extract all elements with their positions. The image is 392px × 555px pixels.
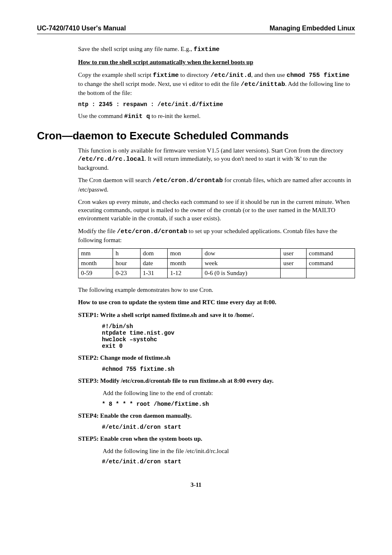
cell: 1-12 — [167, 268, 202, 278]
step2-title: STEP2: Change mode of fixtime.sh — [78, 354, 355, 362]
howto-line: How to use cron to update the system tim… — [78, 298, 355, 306]
cell: month — [167, 259, 202, 268]
code: #init q — [124, 113, 150, 120]
table-row: 0-59 0-23 1-31 1-12 0-6 (0 is Sunday) — [78, 268, 355, 278]
step5-title: STEP5: Enable cron when the system boots… — [78, 435, 355, 443]
cell: command — [306, 249, 355, 259]
t: to directory — [179, 72, 210, 78]
cell: mm — [78, 249, 113, 259]
howto-heading-text: How to run the shell script automaticall… — [78, 59, 253, 65]
step4-title: STEP4: Enable the cron daemon manually. — [78, 412, 355, 420]
cell: 0-23 — [113, 268, 140, 278]
t: to change the shell script mode. Next, u… — [78, 81, 241, 87]
cell: date — [140, 259, 167, 268]
cell: user — [281, 259, 306, 268]
step3-title: STEP3: Modify /etc/cron.d/crontab file t… — [78, 377, 355, 385]
cell: month — [78, 259, 113, 268]
cron-p1: This function is only available for firm… — [78, 146, 355, 172]
text: Save the shell script using any file nam… — [78, 46, 194, 52]
page: UC-7420/7410 User's Manual Managing Embe… — [0, 0, 392, 509]
cell: h — [113, 249, 140, 259]
page-number: 3-11 — [37, 481, 355, 488]
code: /etc/cron.d/crontab — [117, 228, 187, 235]
cron-p3: Cron wakes up every minute, and checks e… — [78, 198, 355, 223]
step1-title: STEP1: Write a shell script named fixtim… — [78, 311, 355, 319]
code-fixtime: fixtime — [194, 46, 219, 53]
howto-heading: How to run the shell script automaticall… — [78, 58, 355, 66]
cell: hour — [113, 259, 140, 268]
header-right: Managing Embedded Linux — [270, 25, 355, 32]
step2-code: #chmod 755 fixtime.sh — [102, 366, 355, 372]
section-title: Cron—daemon to Execute Scheduled Command… — [37, 130, 355, 142]
code: chmod 755 fixtime — [286, 72, 349, 79]
t: , and then use — [251, 72, 286, 78]
cell: 0-6 (0 is Sunday) — [202, 268, 281, 278]
cron-p2: The Cron daemon will search /etc/cron.d/… — [78, 176, 355, 194]
step5-code: #/etc/init.d/cron start — [102, 458, 355, 465]
code: /etc/init.d — [210, 72, 251, 79]
step3-code: * 8 * * * root /home/fixtime.sh — [102, 401, 355, 407]
cell: command — [306, 259, 355, 268]
copy-paragraph: Copy the example shell script fixtime to… — [78, 71, 355, 97]
intro-block: Save the shell script using any file nam… — [78, 45, 355, 121]
ntp-line: ntp : 2345 : respawn : /etc/init.d/fixti… — [78, 101, 355, 108]
cell: 1-31 — [140, 268, 167, 278]
cron-p4: Modify the file /etc/cron.d/crontab to s… — [78, 227, 355, 245]
header-left: UC-7420/7410 User's Manual — [37, 25, 126, 32]
cell: week — [202, 259, 281, 268]
t: Modify the file — [78, 228, 117, 234]
step3-text: Add the following line to the end of cro… — [103, 389, 355, 397]
t: Use the command — [78, 113, 124, 119]
step4-code: #/etc/init.d/cron start — [102, 424, 355, 430]
code: /etc/rc.d/rc.local — [78, 156, 145, 163]
cell: 0-59 — [78, 268, 113, 278]
cron-table: mm h dom mon dow user command month hour… — [78, 248, 355, 278]
cron-block: This function is only available for firm… — [78, 146, 355, 465]
t: The Cron daemon will search — [78, 177, 152, 183]
save-line: Save the shell script using any file nam… — [78, 45, 355, 54]
cell — [306, 268, 355, 278]
step5-text: Add the following line in the file /etc/… — [103, 447, 355, 455]
cell — [281, 268, 306, 278]
t: to re-init the kernel. — [150, 113, 201, 119]
cell: user — [281, 249, 306, 259]
code: /etc/inittab — [241, 81, 285, 88]
cell: dow — [202, 249, 281, 259]
usecmd-line: Use the command #init q to re-init the k… — [78, 112, 355, 121]
page-header: UC-7420/7410 User's Manual Managing Embe… — [37, 25, 355, 32]
cell: dom — [140, 249, 167, 259]
table-row: mm h dom mon dow user command — [78, 249, 355, 259]
t: Copy the example shell script — [78, 72, 153, 78]
t: This function is only available for firm… — [78, 147, 343, 154]
code: fixtime — [153, 72, 179, 79]
header-rule — [37, 34, 355, 34]
cell: mon — [167, 249, 202, 259]
table-row: month hour date month week user command — [78, 259, 355, 268]
demo-line: The following example demonstrates how t… — [78, 286, 355, 294]
code: /etc/cron.d/crontab — [152, 177, 223, 184]
step1-code: #!/bin/sh ntpdate time.nist.gov hwclock … — [102, 323, 355, 349]
